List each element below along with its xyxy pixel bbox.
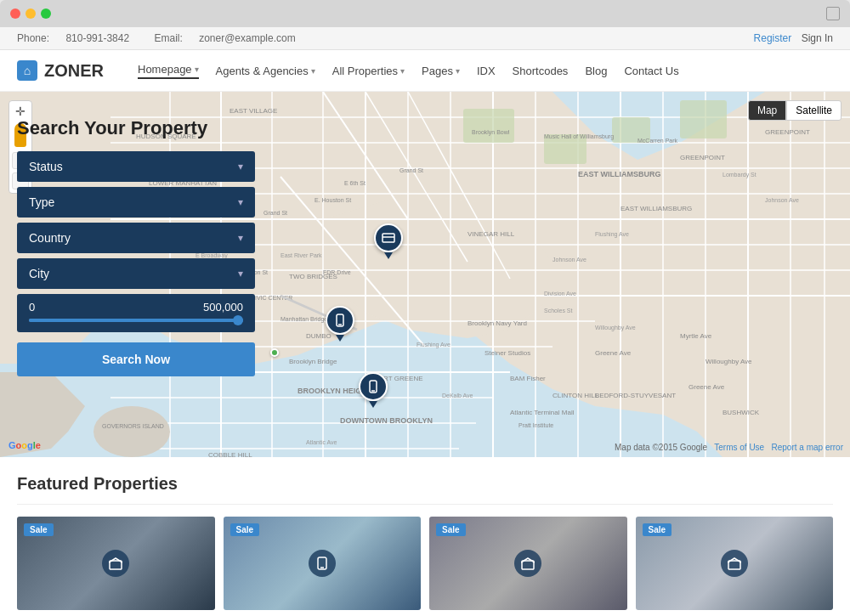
top-bar-auth: Register Sign In xyxy=(747,32,833,44)
site-wrapper: Phone: 810-991-3842 Email: zoner@example… xyxy=(0,27,850,616)
email-address: zoner@example.com xyxy=(199,32,296,44)
pin-tail-1 xyxy=(384,252,393,259)
price-min: 0 xyxy=(29,301,35,314)
svg-text:DOWNTOWN BROOKLYN: DOWNTOWN BROOKLYN xyxy=(340,416,433,425)
nav-item-contact[interactable]: Contact Us xyxy=(624,63,678,79)
svg-text:Brooklyn Bridge: Brooklyn Bridge xyxy=(289,358,337,365)
svg-text:Lombardy St: Lombardy St xyxy=(722,172,756,178)
search-title: Search Your Property xyxy=(17,117,255,139)
price-slider[interactable] xyxy=(29,319,243,322)
nav-item-shortcodes[interactable]: Shortcodes xyxy=(513,63,569,79)
phone-number: 810-991-3842 xyxy=(65,32,129,44)
pin-icon-3 xyxy=(359,372,388,401)
svg-rect-109 xyxy=(382,234,394,242)
svg-text:Scholes St: Scholes St xyxy=(544,308,573,314)
city-dropdown[interactable]: City ▾ xyxy=(17,258,255,289)
search-now-button[interactable]: Search Now xyxy=(17,342,255,376)
svg-text:Willoughby Ave: Willoughby Ave xyxy=(595,325,636,331)
nav-item-properties[interactable]: All Properties ▾ xyxy=(332,63,405,79)
search-panel: Search Your Property Status ▾ Type ▾ Cou… xyxy=(0,92,272,457)
terms-link[interactable]: Terms of Use xyxy=(714,443,764,452)
svg-rect-42 xyxy=(680,100,727,138)
svg-text:Manhattan Bridge: Manhattan Bridge xyxy=(280,316,327,323)
nav-item-blog[interactable]: Blog xyxy=(585,63,607,79)
svg-text:EAST WILLIAMSBURG: EAST WILLIAMSBURG xyxy=(620,205,692,212)
navbar: ⌂ ZONER Homepage ▾ Agents & Agencies ▾ A… xyxy=(0,50,850,92)
price-range-control: 0 500,000 xyxy=(17,294,255,332)
nav-item-homepage[interactable]: Homepage ▾ xyxy=(138,63,199,79)
pin-tail-3 xyxy=(369,401,377,408)
type-dropdown[interactable]: Type ▾ xyxy=(17,187,255,218)
svg-text:DeKalb Ave: DeKalb Ave xyxy=(442,393,473,398)
register-link[interactable]: Register xyxy=(754,32,792,44)
price-max: 500,000 xyxy=(203,301,243,314)
svg-text:BAM Fisher: BAM Fisher xyxy=(510,375,546,382)
card-badge-1: Sale xyxy=(24,523,54,536)
country-dropdown[interactable]: Country ▾ xyxy=(17,223,255,253)
svg-text:E 6th St: E 6th St xyxy=(344,180,366,186)
signin-link[interactable]: Sign In xyxy=(802,32,833,44)
svg-text:Atlantic Ave: Atlantic Ave xyxy=(306,439,337,445)
map-pin-1[interactable] xyxy=(374,223,403,259)
svg-text:Johnson Ave: Johnson Ave xyxy=(765,197,799,203)
property-card-4[interactable]: Sale xyxy=(636,517,834,610)
svg-text:Atlantic Terminal Mall: Atlantic Terminal Mall xyxy=(510,409,575,416)
nav-item-agents[interactable]: Agents & Agencies ▾ xyxy=(216,63,315,79)
svg-text:BUSHWICK: BUSHWICK xyxy=(722,409,760,416)
top-bar-contact: Phone: 810-991-3842 Email: zoner@example… xyxy=(17,32,309,44)
property-card-1[interactable]: Sale xyxy=(17,517,215,610)
type-arrow-icon: ▾ xyxy=(238,196,243,208)
map-pin-3[interactable] xyxy=(359,372,388,408)
svg-rect-39 xyxy=(463,109,514,143)
satellite-view-button[interactable]: Satellite xyxy=(786,100,842,121)
featured-divider xyxy=(17,504,833,505)
featured-section: Featured Properties Sale Sale Sale xyxy=(0,457,850,616)
slider-handle[interactable] xyxy=(233,315,243,325)
pin-icon-1 xyxy=(374,223,403,252)
svg-text:EAST WILLIAMSBURG: EAST WILLIAMSBURG xyxy=(578,170,661,178)
email-label: Email: xyxy=(154,32,182,44)
svg-text:East River Park: East River Park xyxy=(280,252,322,258)
svg-text:Flushing Ave: Flushing Ave xyxy=(595,231,629,238)
city-label: City xyxy=(29,267,49,280)
card-icon-1 xyxy=(102,550,129,577)
svg-text:Myrtle Ave: Myrtle Ave xyxy=(680,332,712,340)
svg-text:Division Ave: Division Ave xyxy=(544,291,576,297)
map-pin-2[interactable] xyxy=(326,306,354,342)
map-data-text: Map data ©2015 Google xyxy=(615,443,707,452)
logo-icon: ⌂ xyxy=(17,60,37,81)
svg-text:Steiner Studios: Steiner Studios xyxy=(484,349,530,357)
svg-text:Flushing Ave: Flushing Ave xyxy=(416,342,450,348)
nav-arrow: ▾ xyxy=(195,65,199,74)
svg-text:McCarren Park: McCarren Park xyxy=(638,138,678,144)
close-dot[interactable] xyxy=(10,8,20,19)
card-icon-2 xyxy=(309,550,336,577)
report-link[interactable]: Report a map error xyxy=(772,443,843,452)
maximize-dot[interactable] xyxy=(41,8,51,19)
featured-title: Featured Properties xyxy=(17,474,833,494)
svg-text:Greene Ave: Greene Ave xyxy=(595,349,632,357)
top-bar: Phone: 810-991-3842 Email: zoner@example… xyxy=(0,27,850,50)
card-icon-4 xyxy=(721,550,748,577)
city-arrow-icon: ▾ xyxy=(238,268,243,280)
card-badge-3: Sale xyxy=(436,523,466,536)
svg-text:Johnson Ave: Johnson Ave xyxy=(552,257,586,263)
minimize-dot[interactable] xyxy=(26,8,36,19)
site-logo[interactable]: ⌂ ZONER xyxy=(17,60,104,81)
nav-item-pages[interactable]: Pages ▾ xyxy=(422,63,460,79)
svg-text:Grand St: Grand St xyxy=(400,167,423,173)
nav-arrow: ▾ xyxy=(400,66,405,76)
property-card-3[interactable]: Sale xyxy=(429,517,627,610)
svg-text:Greene Ave: Greene Ave xyxy=(688,383,725,391)
svg-text:FDR Drive: FDR Drive xyxy=(323,269,351,275)
svg-text:Willoughby Ave: Willoughby Ave xyxy=(706,358,752,365)
property-card-2[interactable]: Sale xyxy=(224,517,422,610)
price-values: 0 500,000 xyxy=(29,301,243,314)
status-dropdown[interactable]: Status ▾ xyxy=(17,151,255,182)
nav-item-idx[interactable]: IDX xyxy=(477,63,496,79)
expand-icon[interactable] xyxy=(826,7,840,20)
status-arrow-icon: ▾ xyxy=(238,161,243,172)
map-view-button[interactable]: Map xyxy=(748,100,786,121)
status-label: Status xyxy=(29,160,63,173)
slider-fill xyxy=(29,319,243,322)
